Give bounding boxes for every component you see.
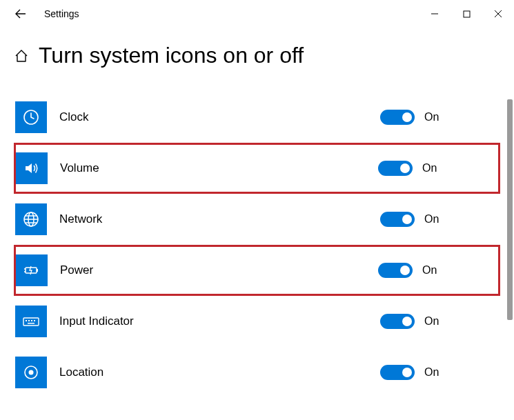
item-label: Input Indicator: [59, 314, 134, 328]
minimize-icon: [431, 10, 439, 18]
toggle-location[interactable]: [380, 365, 415, 380]
item-label: Network: [59, 212, 102, 226]
toggle-power[interactable]: [378, 263, 413, 278]
svg-rect-11: [28, 323, 34, 324]
settings-list: ClockOnVolumeOnNetworkOnPowerOnInput Ind…: [14, 92, 500, 398]
input-indicator-icon: [15, 306, 47, 337]
window-controls: [419, 0, 514, 28]
scrollbar-thumb[interactable]: [507, 99, 513, 320]
toggle-input-indicator[interactable]: [380, 314, 415, 329]
toggle-volume[interactable]: [378, 161, 413, 176]
setting-row-clock: ClockOn: [14, 92, 500, 143]
minimize-button[interactable]: [419, 0, 451, 28]
toggle-area: On: [380, 110, 445, 125]
svg-rect-9: [31, 320, 32, 321]
list-item: ClockOn: [14, 94, 500, 140]
svg-rect-7: [26, 320, 27, 321]
toggle-area: On: [378, 161, 443, 176]
item-label: Volume: [60, 161, 99, 175]
home-icon: [14, 48, 29, 63]
page-title: Turn system icons on or off: [39, 43, 304, 68]
item-label: Power: [60, 263, 93, 277]
arrow-left-icon: [14, 8, 27, 20]
location-icon: [15, 357, 47, 388]
toggle-state-label: On: [422, 264, 443, 277]
setting-row-power: PowerOn: [14, 245, 500, 296]
toggle-state-label: On: [424, 315, 445, 328]
setting-row-volume: VolumeOn: [14, 143, 500, 194]
titlebar: Settings: [0, 0, 514, 28]
svg-rect-5: [37, 269, 38, 272]
network-icon: [15, 203, 47, 235]
toggle-state-label: On: [424, 366, 445, 379]
toggle-state-label: On: [424, 111, 445, 123]
setting-row-network: NetworkOn: [14, 194, 500, 245]
clock-icon: [15, 101, 47, 133]
list-item: Input IndicatorOn: [14, 299, 500, 344]
svg-rect-8: [28, 320, 30, 321]
maximize-button[interactable]: [451, 0, 482, 28]
item-label: Location: [59, 366, 103, 379]
list-item: VolumeOn: [16, 146, 498, 191]
setting-row-location: LocationOn: [14, 347, 500, 398]
toggle-clock[interactable]: [380, 110, 415, 125]
toggle-state-label: On: [422, 162, 443, 174]
close-icon: [494, 10, 502, 18]
toggle-area: On: [380, 314, 445, 329]
svg-point-13: [29, 370, 34, 375]
window-title: Settings: [44, 8, 79, 19]
list-item: NetworkOn: [14, 197, 500, 242]
item-label: Clock: [59, 110, 89, 124]
toggle-area: On: [380, 365, 445, 380]
volume-icon: [16, 152, 48, 184]
toggle-state-label: On: [424, 213, 445, 226]
close-button[interactable]: [482, 0, 514, 28]
toggle-area: On: [380, 212, 445, 227]
toggle-area: On: [378, 263, 443, 278]
list-item: PowerOn: [16, 248, 498, 293]
toggle-network[interactable]: [380, 212, 415, 227]
svg-rect-10: [34, 320, 35, 321]
power-icon: [16, 254, 48, 286]
setting-row-input-indicator: Input IndicatorOn: [14, 296, 500, 347]
svg-rect-0: [464, 11, 470, 17]
maximize-icon: [463, 10, 471, 18]
content-area: Turn system icons on or off ClockOnVolum…: [0, 28, 514, 398]
back-button[interactable]: [6, 0, 36, 28]
list-item: LocationOn: [14, 350, 500, 395]
svg-rect-6: [23, 318, 39, 326]
page-header: Turn system icons on or off: [14, 43, 500, 68]
